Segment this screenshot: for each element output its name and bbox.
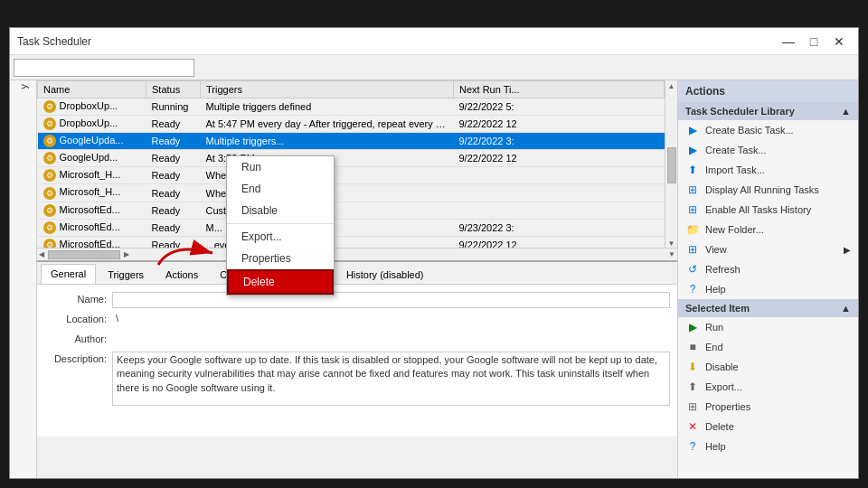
selected-action-label: Delete bbox=[705, 421, 734, 432]
row-name: ⚙Microsoft_H... bbox=[38, 167, 146, 184]
window-title: Task Scheduler bbox=[17, 35, 91, 48]
table-row[interactable]: ⚙GoogleUpda... Ready Multiple triggers..… bbox=[38, 133, 665, 150]
context-end[interactable]: End bbox=[227, 178, 334, 200]
library-action-item[interactable]: ↺ Refresh bbox=[678, 259, 858, 279]
actions-list: Task Scheduler Library ▲ ▶ Create Basic … bbox=[678, 102, 858, 478]
submenu-arrow: ▶ bbox=[844, 245, 851, 255]
location-label: Location: bbox=[44, 312, 112, 324]
row-status: Ready bbox=[146, 167, 201, 184]
selected-action-icon: ⬇ bbox=[685, 360, 700, 374]
row-nextrun: 9/23/2022 3: bbox=[454, 219, 665, 236]
library-action-item[interactable]: ? Help bbox=[678, 279, 858, 299]
h-scroll-thumb[interactable] bbox=[48, 250, 120, 259]
table-row[interactable]: ⚙MicrosoftEd... Ready Custom event fil..… bbox=[38, 202, 665, 219]
context-run[interactable]: Run bbox=[227, 156, 334, 178]
row-name: ⚙GoogleUpda... bbox=[38, 133, 146, 150]
selected-action-item[interactable]: ■ End bbox=[678, 337, 858, 357]
library-action-item[interactable]: ⊞ Display All Running Tasks bbox=[678, 180, 858, 200]
row-name: ⚙MicrosoftEd... bbox=[38, 219, 146, 236]
tab-bar: General Triggers Actions Conditions Sett… bbox=[37, 262, 677, 285]
task-table-container: Name Status Triggers Next Run Ti... ⚙Dro… bbox=[37, 80, 677, 248]
row-icon: ⚙ bbox=[43, 204, 56, 217]
author-value bbox=[112, 332, 670, 348]
action-label: Display All Running Tasks bbox=[705, 184, 819, 195]
library-action-item[interactable]: ⊞ Enable All Tasks History bbox=[678, 200, 858, 220]
selected-action-label: Export... bbox=[705, 381, 742, 392]
window-controls: — □ ✕ bbox=[777, 33, 851, 51]
close-button[interactable]: ✕ bbox=[827, 33, 851, 51]
action-label: View bbox=[705, 244, 727, 255]
row-name: ⚙MicrosoftEd... bbox=[38, 202, 146, 219]
row-status: Ready bbox=[146, 116, 201, 133]
h-scrollbar[interactable]: ◀ ▶ ▼ bbox=[37, 248, 677, 260]
context-disable[interactable]: Disable bbox=[227, 200, 334, 221]
selected-action-item[interactable]: ✕ Delete bbox=[678, 417, 858, 436]
toolbar bbox=[10, 55, 858, 80]
table-row[interactable]: ⚙GoogleUpd... Ready At 3:53 PM every... … bbox=[38, 150, 665, 167]
row-status: Ready bbox=[146, 150, 201, 167]
tab-triggers[interactable]: Triggers bbox=[98, 265, 154, 284]
context-export[interactable]: Export... bbox=[227, 226, 334, 248]
task-table: Name Status Triggers Next Run Ti... ⚙Dro… bbox=[37, 80, 665, 248]
minimize-button[interactable]: — bbox=[777, 33, 800, 51]
context-sep1 bbox=[227, 223, 334, 224]
selected-action-item[interactable]: ⊞ Properties bbox=[678, 397, 858, 417]
row-nextrun: 9/22/2022 12 bbox=[454, 150, 665, 167]
table-row[interactable]: ⚙MicrosoftEd... Ready M... 9/23/2022 3: bbox=[38, 219, 665, 236]
row-status: Ready bbox=[146, 133, 201, 150]
task-table-scroll[interactable]: Name Status Triggers Next Run Ti... ⚙Dro… bbox=[37, 80, 665, 248]
action-icon: ▶ bbox=[685, 143, 700, 157]
left-panel-label: y bbox=[18, 84, 29, 89]
row-triggers: At 5:47 PM every day - After triggered, … bbox=[201, 116, 454, 133]
selected-action-item[interactable]: ? Help bbox=[678, 436, 858, 456]
col-triggers[interactable]: Triggers bbox=[201, 81, 454, 99]
row-icon: ⚙ bbox=[43, 117, 56, 130]
action-label: Create Basic Task... bbox=[705, 125, 794, 136]
row-nextrun: 9/22/2022 3: bbox=[454, 133, 665, 150]
selected-action-item[interactable]: ⬆ Export... bbox=[678, 377, 858, 397]
row-triggers: Multiple triggers defined bbox=[201, 99, 454, 116]
action-icon: ⊞ bbox=[685, 202, 700, 217]
selected-action-icon: ⬆ bbox=[685, 380, 700, 394]
col-status[interactable]: Status bbox=[146, 81, 201, 99]
table-row[interactable]: ⚙Microsoft_H... Ready When the task is..… bbox=[38, 167, 665, 184]
context-properties[interactable]: Properties bbox=[227, 248, 334, 269]
library-action-item[interactable]: ⬆ Import Task... bbox=[678, 160, 858, 180]
bottom-panel: General Triggers Actions Conditions Sett… bbox=[37, 260, 677, 436]
actions-header: Actions bbox=[678, 80, 858, 102]
selected-action-item[interactable]: ▶ Run bbox=[678, 317, 858, 337]
selected-action-item[interactable]: ⬇ Disable bbox=[678, 357, 858, 377]
library-section-header[interactable]: Task Scheduler Library ▲ bbox=[678, 102, 858, 120]
name-value bbox=[112, 292, 670, 308]
selected-action-icon: ■ bbox=[685, 340, 700, 354]
context-delete[interactable]: Delete bbox=[227, 269, 334, 295]
selected-action-icon: ✕ bbox=[685, 419, 700, 434]
row-nextrun: 9/22/2022 12 bbox=[454, 116, 665, 133]
library-action-item[interactable]: ⊞ View ▶ bbox=[678, 239, 858, 259]
v-scrollbar[interactable]: ▲ ▼ bbox=[665, 80, 677, 248]
maximize-button[interactable]: □ bbox=[802, 33, 826, 51]
tab-actions[interactable]: Actions bbox=[156, 265, 208, 284]
action-label: Import Task... bbox=[705, 164, 765, 175]
selected-section-header[interactable]: Selected Item ▲ bbox=[678, 299, 858, 317]
table-row[interactable]: ⚙Microsoft_H... Ready When the task is..… bbox=[38, 184, 665, 202]
library-action-item[interactable]: ▶ Create Basic Task... bbox=[678, 120, 858, 140]
table-row[interactable]: ⚙MicrosoftEd... Ready ...every... 9/22/2… bbox=[38, 236, 665, 248]
library-action-item[interactable]: 📁 New Folder... bbox=[678, 220, 858, 239]
table-row[interactable]: ⚙DropboxUp... Running Multiple triggers … bbox=[38, 99, 665, 116]
library-items: ▶ Create Basic Task... ▶ Create Task... … bbox=[678, 120, 858, 299]
library-action-item[interactable]: ▶ Create Task... bbox=[678, 140, 858, 160]
row-icon: ⚙ bbox=[43, 221, 56, 234]
description-value: Keeps your Google software up to date. I… bbox=[112, 352, 670, 406]
tab-history[interactable]: History (disabled) bbox=[336, 265, 434, 284]
row-icon: ⚙ bbox=[43, 169, 56, 182]
col-nextrun[interactable]: Next Run Ti... bbox=[454, 81, 665, 99]
row-name: ⚙Microsoft_H... bbox=[38, 184, 146, 202]
table-row[interactable]: ⚙DropboxUp... Ready At 5:47 PM every day… bbox=[38, 116, 665, 133]
titlebar: Task Scheduler — □ ✕ bbox=[10, 28, 858, 55]
tab-general[interactable]: General bbox=[41, 264, 96, 284]
center-panel: Name Status Triggers Next Run Ti... ⚙Dro… bbox=[37, 80, 677, 478]
row-status: Ready bbox=[146, 184, 201, 202]
col-name[interactable]: Name bbox=[38, 81, 146, 99]
search-input[interactable] bbox=[14, 59, 194, 77]
